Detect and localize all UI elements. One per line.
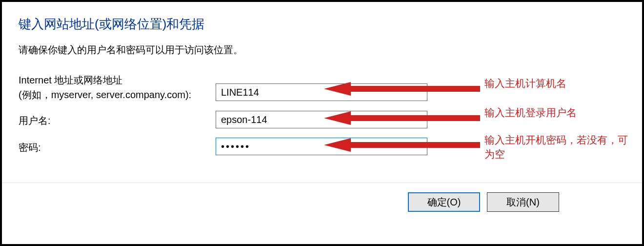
ok-button[interactable]: 确定(O) — [408, 192, 480, 212]
credential-dialog: 键入网站地址(或网络位置)和凭据 请确保你键入的用户名和密码可以用于访问该位置。… — [2, 2, 642, 57]
annotation-password: 输入主机开机密码，若没有，可为空 — [484, 133, 631, 162]
dialog-title: 键入网站地址(或网络位置)和凭据 — [19, 16, 625, 33]
dialog-subtitle: 请确保你键入的用户名和密码可以用于访问该位置。 — [19, 43, 625, 57]
username-label: 用户名: — [19, 113, 51, 128]
address-label-line2: (例如，myserver, server.company.com): — [19, 87, 191, 102]
address-label: Internet 地址或网络地址 (例如，myserver, server.co… — [19, 73, 191, 102]
separator — [2, 183, 642, 183]
cancel-button[interactable]: 取消(N) — [487, 192, 559, 212]
username-input[interactable] — [216, 111, 427, 128]
password-input[interactable] — [216, 138, 427, 155]
address-input[interactable] — [216, 83, 427, 101]
annotation-computer-name: 输入主机计算机名 — [484, 76, 631, 90]
password-label: 密码: — [19, 140, 41, 155]
annotation-username: 输入主机登录用户名 — [484, 105, 631, 120]
button-row: 确定(O) 取消(N) — [408, 192, 559, 212]
address-label-line1: Internet 地址或网络地址 — [19, 73, 191, 87]
